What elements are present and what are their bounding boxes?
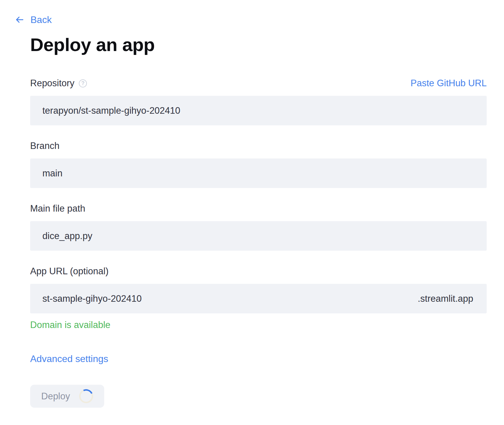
back-label: Back [30,14,52,26]
loading-spinner-icon [77,387,95,405]
advanced-settings-link[interactable]: Advanced settings [30,353,108,365]
back-arrow-icon [15,15,24,24]
main-file-path-input[interactable] [30,221,487,251]
paste-github-url-link[interactable]: Paste GitHub URL [411,78,487,89]
repository-label: Repository [30,78,74,89]
branch-input[interactable] [30,158,487,188]
app-url-field[interactable]: .streamlit.app [30,284,487,313]
page-title: Deploy an app [30,32,487,57]
main-file-path-label: Main file path [30,203,85,214]
deploy-app-form: Deploy an app Repository ? Paste GitHub … [0,0,504,408]
deploy-button[interactable]: Deploy [30,385,104,408]
back-link[interactable]: Back [15,14,52,26]
branch-row: Branch [30,140,487,188]
repository-row: Repository ? Paste GitHub URL [30,77,487,125]
domain-suffix: .streamlit.app [418,293,473,304]
app-url-input[interactable] [42,284,418,313]
repository-input[interactable] [30,96,487,125]
app-url-label: App URL (optional) [30,266,109,277]
deploy-row: Deploy [30,385,487,408]
app-url-row: App URL (optional) .streamlit.app Domain… [30,265,487,331]
help-icon[interactable]: ? [79,79,87,87]
deploy-button-label: Deploy [41,391,70,402]
main-file-path-row: Main file path [30,203,487,251]
domain-status: Domain is available [30,319,487,331]
branch-label: Branch [30,141,59,151]
